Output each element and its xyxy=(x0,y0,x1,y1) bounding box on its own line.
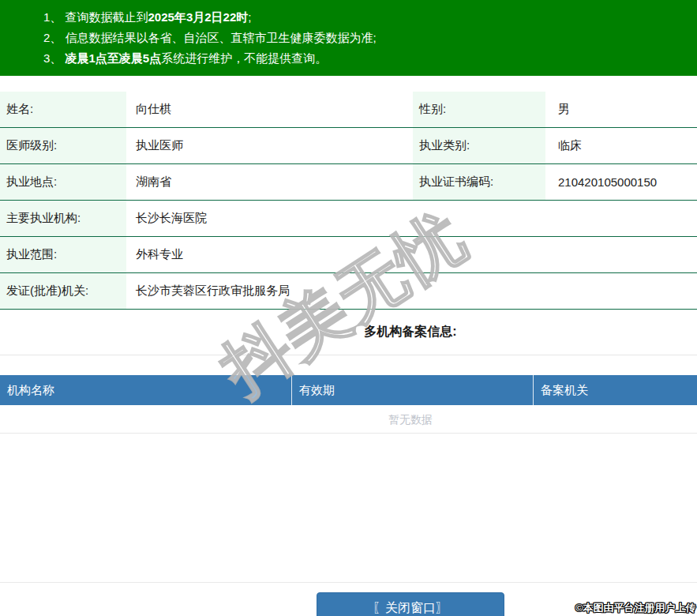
org-column-authority: 备案机关 xyxy=(533,375,697,405)
notice-item-2: 2、 信息数据结果以各省、自治区、直辖市卫生健康委数据为准; xyxy=(43,28,697,48)
section-divider xyxy=(0,355,697,355)
notice-item-1-tail: ; xyxy=(248,10,251,24)
notice-item-1-text: 1、 查询数据截止到 xyxy=(43,10,148,24)
notice-banner: 1、 查询数据截止到2025年3月2日22时; 2、 信息数据结果以各省、自治区… xyxy=(0,0,697,76)
certificate-number-label: 执业证书编码: xyxy=(413,164,545,200)
org-column-name: 机构名称 xyxy=(0,375,291,405)
practice-category-label: 执业类别: xyxy=(413,128,545,163)
org-column-validity: 有效期 xyxy=(291,375,533,405)
name-label: 姓名: xyxy=(0,92,126,127)
gender-label: 性别: xyxy=(413,92,545,127)
issuing-authority-label: 发证(批准)机关: xyxy=(0,273,126,309)
org-table-header: 机构名称 有效期 备案机关 xyxy=(0,375,697,405)
info-row-scope: 执业范围: 外科专业 xyxy=(0,237,697,273)
gender-value: 男 xyxy=(545,92,697,127)
multi-org-section-title: 多机构备案信息: xyxy=(0,324,697,340)
notice-item-2-text: 2、 信息数据结果以各省、自治区、直辖市卫生健康委数据为准; xyxy=(43,31,377,44)
main-org-value: 长沙长海医院 xyxy=(126,201,697,236)
info-row-level-category: 医师级别: 执业医师 执业类别: 临床 xyxy=(0,128,697,164)
certificate-number-value: 210420105000150 xyxy=(545,164,697,200)
info-row-main-org: 主要执业机构: 长沙长海医院 xyxy=(0,201,697,237)
info-row-issuer: 发证(批准)机关: 长沙市芙蓉区行政审批服务局 xyxy=(0,273,697,310)
practice-scope-label: 执业范围: xyxy=(0,237,126,272)
notice-item-3-tail: 系统进行维护，不能提供查询。 xyxy=(161,51,327,65)
main-org-label: 主要执业机构: xyxy=(0,201,126,236)
query-result-page: 1、 查询数据截止到2025年3月2日22时; 2、 信息数据结果以各省、自治区… xyxy=(0,0,697,616)
practice-category-value: 临床 xyxy=(545,128,697,163)
doctor-level-value: 执业医师 xyxy=(126,128,410,163)
notice-item-1-bold: 2025年3月2日22时 xyxy=(148,10,249,24)
practice-location-label: 执业地点: xyxy=(0,164,126,200)
doctor-level-label: 医师级别: xyxy=(0,128,126,163)
practice-location-value: 湖南省 xyxy=(126,164,410,200)
practitioner-info-table: 姓名: 向仕棋 性别: 男 医师级别: 执业医师 执业类别: 临床 执业地点: … xyxy=(0,92,697,310)
empty-state: 暂无数据 xyxy=(0,405,697,434)
issuing-authority-value: 长沙市芙蓉区行政审批服务局 xyxy=(126,273,697,309)
close-window-button[interactable]: 〖关闭窗口〗 xyxy=(317,592,504,616)
notice-item-3-bold: 凌晨1点至凌晨5点 xyxy=(66,51,162,65)
info-row-name-gender: 姓名: 向仕棋 性别: 男 xyxy=(0,92,697,128)
notice-item-3-text: 3、 xyxy=(43,51,66,65)
notice-item-3: 3、 凌晨1点至凌晨5点系统进行维护，不能提供查询。 xyxy=(43,48,697,69)
name-value: 向仕棋 xyxy=(126,92,410,127)
footer: 〖关闭窗口〗 xyxy=(0,583,697,616)
info-row-location-certno: 执业地点: 湖南省 执业证书编码: 210420105000150 xyxy=(0,164,697,201)
practice-scope-value: 外科专业 xyxy=(126,237,697,272)
notice-item-1: 1、 查询数据截止到2025年3月2日22时; xyxy=(43,7,697,28)
